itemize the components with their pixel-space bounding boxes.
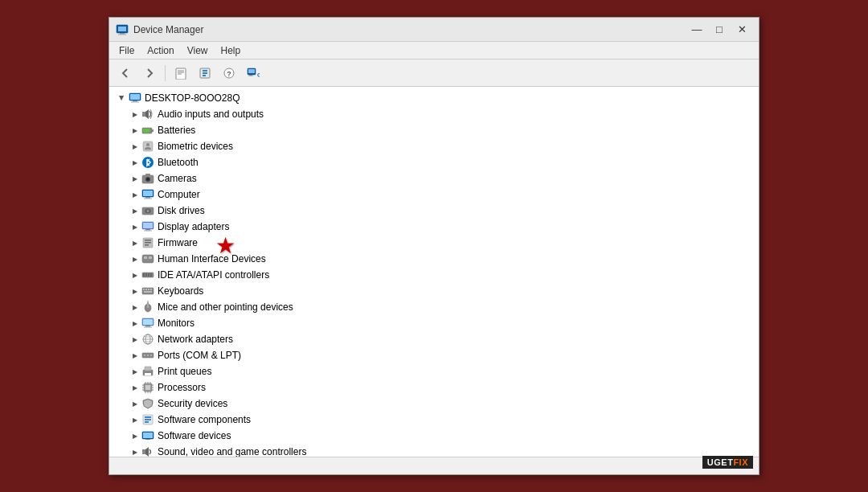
svg-rect-17 [248,76,253,76]
list-item[interactable]: ▶ Firmware [109,235,759,251]
expand-arrow[interactable]: ▶ [129,269,141,281]
list-item[interactable]: ▶ Print queues [109,363,759,379]
maximize-button[interactable]: □ [709,22,730,38]
svg-point-41 [147,210,149,211]
svg-point-30 [142,157,154,168]
biometric-icon [141,140,154,153]
list-item[interactable]: ▶ Audio inputs and outputs [109,106,759,122]
svg-rect-51 [144,256,147,259]
expand-arrow[interactable]: ▶ [129,317,141,330]
expand-arrow[interactable]: ▶ [129,252,141,265]
svg-text:⟳: ⟳ [257,72,260,78]
svg-rect-59 [143,289,145,290]
disk-icon [141,204,154,217]
svg-rect-1 [118,27,126,31]
svg-rect-16 [249,75,252,76]
list-item[interactable]: ▶ Computer [109,187,759,203]
computer-tree-icon [141,188,154,201]
menu-action[interactable]: Action [141,43,180,58]
audio-label: Audio inputs and outputs [158,109,264,120]
cameras-icon [141,172,154,185]
list-item[interactable]: ▶ Cameras [109,170,759,187]
window-title: Device Manager [133,24,203,35]
expand-arrow[interactable]: ▶ [129,397,141,410]
expand-arrow[interactable]: ▶ [129,285,141,297]
svg-rect-101 [145,421,149,423]
expand-arrow[interactable]: ▶ [129,365,141,378]
expand-arrow[interactable]: ▶ [129,220,141,233]
expand-arrow[interactable]: ▶ [129,333,141,346]
computer-label: Computer [158,189,200,200]
list-item[interactable]: ▶ Ports (COM & LPT) [109,347,759,363]
svg-rect-36 [143,191,153,196]
expand-arrow[interactable]: ▶ [129,172,141,185]
svg-rect-105 [142,449,145,454]
tree-root-item[interactable]: ▶ DESKTOP-8OOO28Q [109,90,759,106]
list-item[interactable]: ▶ Batteries [109,122,759,138]
list-item[interactable]: ▶ Mice and other pointing devices [109,299,759,315]
list-item[interactable]: ▶ Security devices [109,396,759,412]
svg-rect-70 [145,326,150,327]
menu-file[interactable]: File [113,43,141,58]
cameras-label: Cameras [158,173,197,184]
expand-arrow[interactable]: ▶ [129,381,141,394]
list-item[interactable]: ▶ IDE ATA/ATAPI controllers [109,267,759,283]
list-item[interactable]: ▶ Bluetooth [109,154,759,170]
list-item[interactable]: ▶ Human Interface Devices [109,251,759,267]
monitors-label: Monitors [158,318,194,329]
menu-help[interactable]: Help [215,43,248,58]
expand-arrow[interactable]: ▶ [129,301,141,314]
expand-arrow[interactable]: ▶ [129,413,141,426]
expand-arrow[interactable]: ▶ [129,156,141,169]
expand-arrow[interactable]: ▶ [129,445,141,457]
properties-button[interactable] [170,63,192,84]
expand-arrow[interactable]: ▶ [129,236,141,249]
expand-arrow[interactable]: ▶ [129,349,141,362]
menu-view[interactable]: View [181,43,215,58]
back-button[interactable] [114,63,137,84]
software-devices-label: Software devices [158,430,231,441]
network-icon [141,333,154,346]
list-item[interactable]: ▶ Network adapters [109,331,759,347]
expand-arrow[interactable]: ▶ [129,429,141,442]
list-item[interactable]: ▶ Disk drives [109,203,759,219]
mice-label: Mice and other pointing devices [158,301,293,313]
list-item[interactable]: ▶ Biometric devices [109,138,759,154]
expand-arrow[interactable]: ▶ [129,108,141,121]
monitors-icon [141,317,154,330]
ports-icon [141,349,154,362]
list-item[interactable]: ▶ Display adapters [109,219,759,235]
list-item[interactable]: ▶ Sound, video and game controllers [109,444,759,457]
svg-rect-34 [145,174,150,176]
svg-rect-49 [145,244,149,246]
ports-label: Ports (COM & LPT) [158,350,241,361]
device-tree[interactable]: ▶ DESKTOP-8OOO28Q [109,87,759,457]
svg-rect-56 [148,273,149,277]
root-expand-arrow[interactable]: ▶ [116,92,129,105]
list-item[interactable]: ▶ Software devices [109,428,759,444]
toolbar: ? ⟳ [109,59,759,87]
window-controls: — □ ✕ [686,22,752,38]
expand-arrow[interactable]: ▶ [129,124,141,137]
scan-button[interactable]: ⟳ [242,63,264,84]
list-item[interactable]: ▶ [109,379,759,396]
svg-marker-106 [145,447,149,457]
update-driver-button[interactable] [194,63,216,84]
list-item[interactable]: ▶ Keyboards [109,283,759,299]
close-button[interactable]: ✕ [731,22,752,38]
expand-arrow[interactable]: ▶ [129,188,141,201]
expand-arrow[interactable]: ▶ [129,204,141,217]
svg-rect-37 [145,197,150,199]
list-item[interactable]: ▶ Software components [109,412,759,428]
svg-rect-85 [145,385,150,390]
ugetfix-badge: UGETFIX [702,456,753,469]
forward-button[interactable] [138,63,161,84]
list-item[interactable]: ▶ Monitors [109,315,759,331]
toolbar-separator-1 [165,65,166,81]
minimize-button[interactable]: — [686,22,707,38]
svg-rect-57 [150,273,152,277]
help-button[interactable]: ? [218,63,240,84]
print-icon [141,365,154,378]
expand-arrow[interactable]: ▶ [129,140,141,153]
svg-rect-83 [145,373,151,375]
